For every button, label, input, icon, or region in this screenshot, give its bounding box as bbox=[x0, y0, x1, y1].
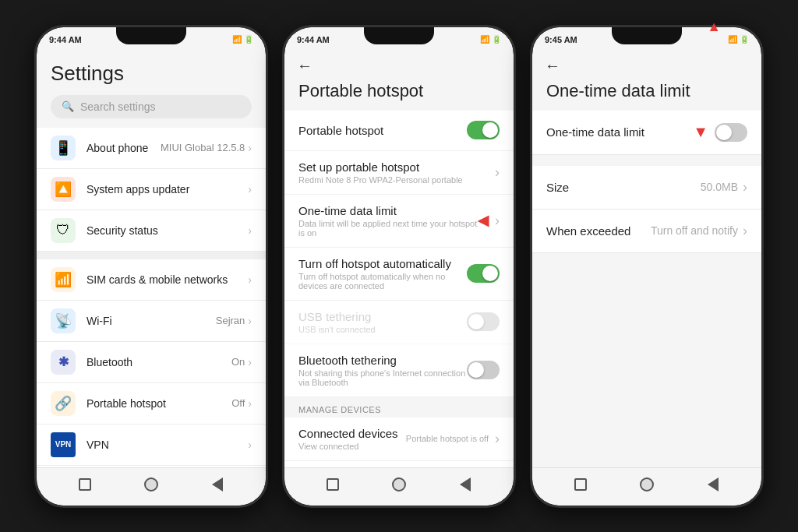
status-icons-3: 📶 🔋 bbox=[728, 35, 749, 44]
setup-hotspot-item[interactable]: Set up portable hotspot Redmi Note 8 Pro… bbox=[284, 151, 514, 195]
usb-tethering-item[interactable]: USB tethering USB isn't connected bbox=[284, 301, 514, 344]
phone1-body: 9:44 AM 📶 🔋 Settings 🔍 Search settings bbox=[34, 25, 268, 508]
wifi-icon: 📶 bbox=[232, 35, 242, 44]
bt-toggle[interactable] bbox=[467, 361, 500, 379]
when-exceeded-label: When exceeded bbox=[546, 224, 630, 238]
nav-square-btn[interactable] bbox=[76, 476, 94, 493]
wifi-text: Wi-Fi bbox=[87, 315, 205, 327]
vpn-text: VPN bbox=[87, 439, 237, 451]
hotspot-label: Portable hotspot bbox=[87, 397, 221, 410]
status-time-2: 9:44 AM bbox=[297, 35, 330, 44]
hotspot-text: Portable hotspot bbox=[87, 397, 221, 410]
bt-label: Bluetooth tethering bbox=[298, 354, 467, 367]
settings-item-system-apps[interactable]: 🔼 System apps updater › bbox=[37, 169, 266, 210]
hotspot-toggle[interactable] bbox=[467, 121, 500, 139]
hotspot-icon: 🔗 bbox=[51, 391, 76, 416]
chevron-icon: › bbox=[248, 439, 252, 451]
usb-toggle[interactable] bbox=[467, 312, 500, 331]
nav-bar-3 bbox=[532, 467, 761, 506]
security-label: Security status bbox=[87, 224, 237, 237]
chevron-icon: › bbox=[248, 315, 252, 327]
nav-back-btn[interactable] bbox=[209, 476, 226, 493]
nav-square-btn3[interactable] bbox=[572, 476, 589, 493]
about-phone-text: About phone bbox=[87, 142, 150, 154]
turn-off-text: Turn off hotspot automatically Turn off … bbox=[298, 257, 467, 291]
phone2-screen: 9:44 AM 📶 🔋 ← Portable hotspot bbox=[284, 27, 514, 506]
notch2 bbox=[364, 27, 434, 44]
phone1-screen: 9:44 AM 📶 🔋 Settings 🔍 Search settings bbox=[37, 27, 266, 506]
back-button-3[interactable]: ← bbox=[545, 57, 560, 75]
top-red-arrow-up: ▲ bbox=[707, 19, 721, 35]
phone1-settings: 9:44 AM 📶 🔋 Settings 🔍 Search settings bbox=[34, 25, 268, 508]
connected-devices-item[interactable]: Connected devices View connected Portabl… bbox=[284, 417, 514, 461]
settings-item-bluetooth[interactable]: ✱ Bluetooth On › bbox=[37, 342, 266, 383]
nav-square-icon2 bbox=[327, 478, 339, 491]
search-icon: 🔍 bbox=[62, 100, 74, 112]
bluetooth-icon: ✱ bbox=[51, 350, 76, 375]
nav-back-btn3[interactable] bbox=[704, 476, 722, 493]
search-bar[interactable]: 🔍 Search settings bbox=[51, 95, 252, 118]
settings-item-sim[interactable]: 📶 SIM cards & mobile networks › bbox=[37, 259, 266, 301]
setup-hotspot-text: Set up portable hotspot Redmi Note 8 Pro… bbox=[298, 160, 495, 185]
settings-item-vpn[interactable]: VPN VPN › bbox=[37, 425, 266, 466]
nav-square-btn2[interactable] bbox=[324, 476, 341, 493]
vpn-icon: VPN bbox=[51, 432, 76, 457]
data-limit-list: One-time data limit ▼ bbox=[532, 111, 761, 467]
chevron-icon: › bbox=[248, 224, 252, 237]
security-text: Security status bbox=[87, 224, 237, 237]
nav-square-icon bbox=[79, 478, 91, 491]
setup-hotspot-label: Set up portable hotspot bbox=[298, 160, 495, 174]
data-limit-toggle-item[interactable]: One-time data limit ▼ bbox=[532, 111, 761, 155]
nav-home-btn2[interactable] bbox=[390, 476, 408, 493]
settings-item-portable-hotspot[interactable]: 🔗 Portable hotspot Off › ➤ bbox=[37, 383, 266, 425]
battery-icon: 🔋 bbox=[244, 35, 253, 44]
wifi-icon2: 📶 bbox=[480, 35, 489, 44]
nav-bar-1 bbox=[37, 467, 266, 506]
vpn-right: › bbox=[248, 439, 252, 451]
bt-tethering-item[interactable]: Bluetooth tethering Not sharing this pho… bbox=[284, 344, 514, 397]
search-placeholder: Search settings bbox=[80, 100, 156, 113]
nav-back-icon3 bbox=[708, 477, 719, 491]
toggle-knob bbox=[468, 362, 484, 378]
data-limit-toggle[interactable] bbox=[715, 123, 747, 142]
phone1-content: Settings 🔍 Search settings 📱 About phone bbox=[37, 49, 266, 467]
system-apps-icon: 🔼 bbox=[51, 177, 76, 202]
chevron-icon: › bbox=[248, 356, 252, 368]
size-label: Size bbox=[546, 181, 569, 194]
settings-item-about-phone[interactable]: 📱 About phone MIUI Global 12.5.8 › bbox=[37, 128, 266, 169]
nav-home-btn[interactable] bbox=[143, 476, 160, 493]
nav-square-icon3 bbox=[574, 478, 587, 491]
settings-item-security[interactable]: 🛡 Security status › bbox=[37, 210, 266, 252]
hotspot-list: Portable hotspot Set up portable hotspot… bbox=[284, 111, 514, 467]
about-phone-label: About phone bbox=[87, 142, 150, 154]
settings-item-wifi[interactable]: 📡 Wi-Fi Sejran › bbox=[37, 301, 266, 342]
connected-devices-label: Connected devices bbox=[298, 427, 406, 440]
battery-icon2: 🔋 bbox=[492, 35, 501, 44]
one-time-limit-sublabel: Data limit will be applied next time you… bbox=[298, 219, 478, 238]
security-icon: 🛡 bbox=[51, 218, 76, 243]
wifi-value: Sejran bbox=[216, 315, 245, 326]
settings-title: Settings bbox=[37, 49, 266, 92]
size-item[interactable]: Size 50.0MB › bbox=[532, 166, 761, 210]
toggle-knob bbox=[482, 266, 498, 281]
nav-back-btn2[interactable] bbox=[457, 476, 474, 493]
auto-off-toggle[interactable] bbox=[467, 264, 500, 283]
back-button-2[interactable]: ← bbox=[297, 57, 312, 75]
when-exceeded-item[interactable]: When exceeded Turn off and notify › bbox=[532, 210, 761, 253]
toggle-knob bbox=[468, 314, 484, 329]
usb-sublabel: USB isn't connected bbox=[298, 325, 467, 334]
one-time-limit-item[interactable]: One-time data limit Data limit will be a… bbox=[284, 195, 514, 248]
about-phone-right: MIUI Global 12.5.8 › bbox=[161, 142, 252, 154]
usb-text: USB tethering USB isn't connected bbox=[298, 310, 467, 334]
nav-home-btn3[interactable] bbox=[638, 476, 655, 493]
data-limit-red-arrow-down: ▼ bbox=[693, 123, 708, 141]
sim-text: SIM cards & mobile networks bbox=[87, 273, 237, 286]
hotspot-page-title: Portable hotspot bbox=[284, 78, 514, 111]
bluetooth-right: On › bbox=[231, 356, 252, 368]
phone3-data-limit: ▲ 9:45 AM 📶 🔋 ← One-time data limit bbox=[530, 25, 764, 508]
turn-off-auto-item[interactable]: Turn off hotspot automatically Turn off … bbox=[284, 248, 514, 301]
one-time-red-arrow: ◀ bbox=[478, 212, 489, 229]
phone2-content: ← Portable hotspot Portable hotspot bbox=[284, 49, 514, 467]
hotspot-enable-item[interactable]: Portable hotspot bbox=[284, 111, 514, 151]
chevron-icon: › bbox=[495, 164, 500, 181]
